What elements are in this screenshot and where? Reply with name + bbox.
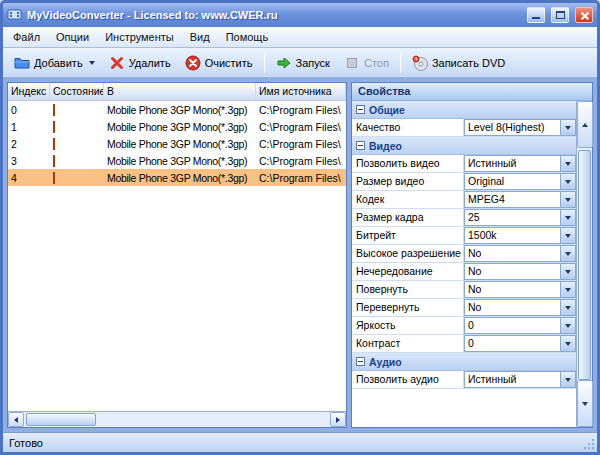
chevron-down-icon[interactable] (560, 192, 575, 207)
property-row[interactable]: Нечередование No (352, 263, 576, 281)
record-dvd-button[interactable]: Записать DVD (405, 52, 512, 74)
column-header-status[interactable]: Состояние (50, 83, 104, 100)
chevron-down-icon[interactable] (560, 228, 575, 243)
chevron-down-icon[interactable] (560, 282, 575, 297)
property-row[interactable]: Позволить видео Истинный (352, 155, 576, 173)
chevron-down-icon[interactable] (560, 264, 575, 279)
properties-title: Свойства (352, 83, 592, 101)
property-row[interactable]: Размер кадра 25 (352, 209, 576, 227)
main-area: Индекс Состояние В Имя источника 0 Mobil… (3, 78, 597, 432)
chevron-down-icon[interactable] (560, 174, 575, 189)
table-row[interactable]: 1 Mobile Phone 3GP Mono(*.3gp) C:\Progra… (8, 118, 346, 135)
index-cell: 4 (8, 172, 50, 184)
menu-item-file[interactable]: Файл (5, 27, 48, 47)
delete-button[interactable]: Удалить (102, 52, 178, 74)
scroll-up-button[interactable] (577, 101, 593, 148)
property-value-combo[interactable]: 25 (464, 209, 576, 226)
property-group-audio[interactable]: Аудио (352, 353, 576, 371)
dvd-disc-icon (412, 55, 428, 71)
maximize-button[interactable] (551, 7, 569, 23)
property-row[interactable]: Кодек MPEG4 (352, 191, 576, 209)
add-button[interactable]: Добавить (7, 52, 102, 74)
arrow-left-icon (14, 417, 18, 423)
property-group-label: Видео (369, 140, 402, 152)
table-row[interactable]: 0 Mobile Phone 3GP Mono(*.3gp) C:\Progra… (8, 101, 346, 118)
table-row[interactable]: 2 Mobile Phone 3GP Mono(*.3gp) C:\Progra… (8, 135, 346, 152)
property-value: Level 8(Highest) (465, 120, 560, 135)
property-row[interactable]: Размер видео Original (352, 173, 576, 191)
chevron-down-icon[interactable] (560, 246, 575, 261)
clear-button[interactable]: Очистить (178, 52, 260, 74)
table-row[interactable]: 3 Mobile Phone 3GP Mono(*.3gp) C:\Progra… (8, 152, 346, 169)
property-value-combo[interactable]: Level 8(Highest) (464, 119, 576, 136)
file-table-header: Индекс Состояние В Имя источника (8, 83, 346, 101)
h-scrollbar[interactable] (8, 411, 346, 427)
format-cell: Mobile Phone 3GP Mono(*.3gp) (104, 155, 256, 167)
property-row[interactable]: Позволить аудио Истинный (352, 371, 576, 389)
property-value-combo[interactable]: No (464, 263, 576, 280)
scroll-left-button[interactable] (8, 412, 24, 427)
menu-item-view[interactable]: Вид (182, 27, 218, 47)
h-scroll-track[interactable] (96, 412, 330, 427)
stop-button[interactable]: Стоп (337, 52, 396, 74)
properties-panel: Свойства Общие Качество Level 8(Highest) (351, 82, 593, 428)
property-row[interactable]: Битрейт 1500k (352, 227, 576, 245)
menu-item-tools[interactable]: Инструменты (97, 27, 182, 47)
column-header-format[interactable]: В (104, 83, 256, 100)
v-scrollbar[interactable] (576, 101, 592, 427)
chevron-down-icon[interactable] (560, 300, 575, 315)
property-value-combo[interactable]: No (464, 245, 576, 262)
chevron-down-icon[interactable] (560, 318, 575, 333)
property-row[interactable]: Перевернуть No (352, 299, 576, 317)
menu-item-help[interactable]: Помощь (218, 27, 277, 47)
format-cell: Mobile Phone 3GP Mono(*.3gp) (104, 172, 256, 184)
property-value-combo[interactable]: No (464, 281, 576, 298)
property-value-combo[interactable]: 1500k (464, 227, 576, 244)
resize-grip[interactable] (583, 438, 595, 450)
v-scroll-thumb[interactable] (578, 150, 591, 380)
collapse-icon[interactable] (356, 357, 365, 366)
property-value-combo[interactable]: Истинный (464, 371, 576, 388)
scroll-right-button[interactable] (330, 412, 346, 427)
property-value: Original (465, 174, 560, 189)
chevron-down-icon[interactable] (560, 372, 575, 387)
menu-bar: Файл Опции Инструменты Вид Помощь (3, 27, 597, 48)
chevron-down-icon[interactable] (560, 156, 575, 171)
property-group-label: Аудио (369, 356, 402, 368)
property-row[interactable]: Повернуть No (352, 281, 576, 299)
chevron-down-icon[interactable] (560, 336, 575, 351)
property-group-general[interactable]: Общие (352, 101, 576, 119)
property-value-combo[interactable]: Истинный (464, 155, 576, 172)
chevron-down-icon[interactable] (560, 210, 575, 225)
add-folder-icon (14, 55, 30, 71)
property-value-combo[interactable]: No (464, 299, 576, 316)
minimize-button[interactable] (527, 7, 545, 23)
menu-item-options[interactable]: Опции (48, 27, 97, 47)
column-header-source[interactable]: Имя источника (256, 83, 346, 100)
h-scroll-thumb[interactable] (26, 413, 96, 426)
column-header-index[interactable]: Индекс (8, 83, 50, 100)
source-cell: C:\Program Files\ (256, 121, 346, 133)
start-icon (276, 55, 292, 71)
property-group-video[interactable]: Видео (352, 137, 576, 155)
table-row-selected[interactable]: 4 Mobile Phone 3GP Mono(*.3gp) C:\Progra… (8, 169, 346, 186)
collapse-icon[interactable] (356, 141, 365, 150)
property-value-combo[interactable]: Original (464, 173, 576, 190)
collapse-icon[interactable] (356, 105, 365, 114)
property-row[interactable]: Качество Level 8(Highest) (352, 119, 576, 137)
property-row[interactable]: Высокое разрешение No (352, 245, 576, 263)
property-row[interactable]: Контраст 0 (352, 335, 576, 353)
property-label: Контраст (352, 335, 464, 352)
arrow-down-icon (582, 402, 588, 406)
app-icon[interactable] (7, 7, 23, 23)
property-value-combo[interactable]: MPEG4 (464, 191, 576, 208)
close-button[interactable] (575, 7, 593, 23)
chevron-down-icon[interactable] (560, 120, 575, 135)
start-button[interactable]: Запуск (269, 52, 337, 74)
property-value-combo[interactable]: 0 (464, 317, 576, 334)
start-button-label: Запуск (296, 57, 330, 69)
property-value-combo[interactable]: 0 (464, 335, 576, 352)
property-row[interactable]: Яркость 0 (352, 317, 576, 335)
scroll-down-button[interactable] (577, 380, 593, 427)
property-label: Кодек (352, 191, 464, 208)
